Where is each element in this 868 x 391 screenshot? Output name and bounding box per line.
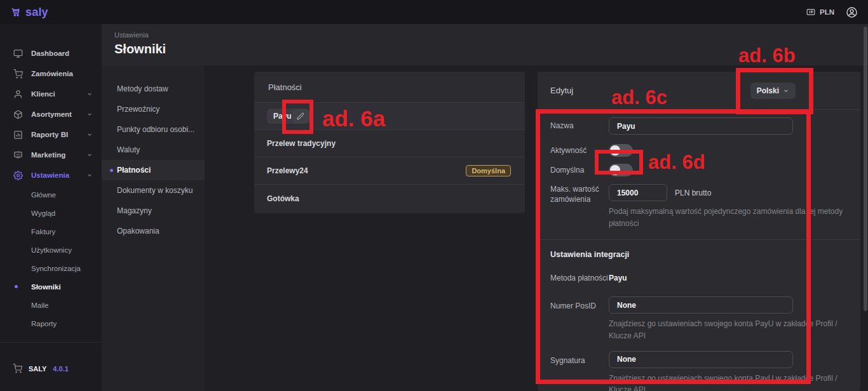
sidebar: Dashboard Zamówienia Klienci Asortyment … [0, 24, 102, 391]
settings-nav-label: Płatności [117, 166, 151, 175]
settings-nav-label: Punkty odbioru osobi... [117, 125, 194, 134]
field-label-aktywnosc: Aktywność [550, 145, 609, 156]
language-dropdown[interactable]: Polski [750, 83, 796, 99]
sidebar-item-dashboard[interactable]: Dashboard [0, 43, 102, 63]
posid-input[interactable] [609, 296, 793, 314]
settings-nav-przewoznicy[interactable]: Przewoźnicy [102, 99, 205, 119]
aktywnosc-toggle[interactable] [609, 144, 633, 157]
subitem-label: Synchronizacja [31, 265, 81, 272]
topbar-right: PLN [806, 6, 858, 18]
sidebar-item-label: Raporty BI [31, 131, 68, 138]
subitem-label: Słowniki [31, 283, 61, 291]
payment-row-payu[interactable]: Payu [254, 103, 525, 130]
maks-wartosc-field: PLN brutto Podaj maksymalną wartość poje… [609, 184, 848, 229]
sygnatura-field: Znajdziesz go ustawieniach swojego konta… [609, 351, 848, 391]
settings-nav-waluty[interactable]: Waluty [102, 140, 205, 160]
settings-nav-label: Dokumenty w koszyku [117, 186, 193, 195]
edit-payment-button[interactable] [292, 109, 309, 124]
sidebar-subitem-uzytkownicy[interactable]: Użytkownicy [0, 241, 102, 259]
field-label-metoda: Metoda płatności [550, 273, 609, 283]
sidebar-item-label: Marketing [31, 151, 65, 159]
sidebar-item-klienci[interactable]: Klienci [0, 84, 102, 104]
payments-panel: Płatności Payu Przelew tradycyjny Przele… [254, 72, 525, 213]
sidebar-item-marketing[interactable]: Marketing [0, 145, 102, 165]
presentation-icon [13, 150, 23, 160]
payment-row-przelewy24[interactable]: Przelewy24 Domyślna [254, 157, 525, 185]
page-header: Ustawienia Słowniki [102, 24, 868, 65]
edit-panel-title: Edytuj [550, 86, 573, 95]
payment-name: Przelew tradycyjny [267, 139, 336, 148]
sygnatura-helper: Znajdziesz go ustawieniach swojego konta… [609, 373, 848, 391]
nazwa-input[interactable] [609, 117, 793, 135]
breadcrumb: Ustawienia [114, 31, 868, 39]
chevron-down-icon [86, 152, 93, 158]
settings-nav-label: Przewoźnicy [117, 105, 159, 114]
app-name: SALY [29, 365, 46, 373]
field-label-nazwa: Nazwa [550, 121, 609, 131]
settings-nav-label: Waluty [117, 145, 140, 154]
edit-panel: Edytuj Polski Nazwa Aktywność Domyślna M… [538, 72, 860, 391]
field-label-domyslna: Domyślna [550, 165, 609, 175]
saly-logo[interactable]: saly [10, 6, 48, 19]
active-dot [110, 169, 113, 172]
sygnatura-input[interactable] [609, 351, 793, 368]
settings-nav-label: Opakowania [117, 227, 159, 235]
maks-wartosc-input[interactable] [609, 184, 667, 201]
subitem-label: Maile [31, 302, 48, 309]
settings-nav-dokumenty[interactable]: Dokumenty w koszyku [102, 180, 205, 201]
app-window: saly PLN Dashboard Zamówienia Klienci [0, 0, 868, 391]
sidebar-item-ustawienia[interactable]: Ustawienia [0, 165, 102, 185]
sidebar-subitem-maile[interactable]: Maile [0, 296, 102, 314]
domyslna-toggle[interactable] [609, 164, 633, 176]
currency-selector[interactable]: PLN [806, 8, 834, 17]
bar-chart-icon [13, 130, 23, 140]
chevron-down-icon [86, 111, 93, 117]
pencil-icon [297, 112, 304, 120]
toggle-knob [610, 145, 620, 156]
settings-nav-platnosci[interactable]: Płatności [102, 160, 205, 180]
sidebar-subitem-slowniki[interactable]: Słowniki [0, 277, 102, 296]
sidebar-divider [0, 342, 102, 343]
topbar: saly PLN [0, 0, 868, 24]
subitem-label: Wygląd [31, 209, 55, 217]
sidebar-subitem-glowne[interactable]: Główne [0, 185, 102, 204]
subitem-label: Użytkownicy [31, 246, 72, 254]
payment-row-gotowka[interactable]: Gotówka [254, 185, 525, 212]
sidebar-item-asortyment[interactable]: Asortyment [0, 104, 102, 124]
cart-logo-icon [10, 6, 23, 18]
sidebar-item-label: Zamówienia [31, 70, 73, 77]
sidebar-subitem-faktury[interactable]: Faktury [0, 222, 102, 241]
sidebar-subitem-synchronizacja[interactable]: Synchronizacja [0, 259, 102, 277]
sidebar-footer: SALY 4.0.1 [0, 364, 102, 373]
gear-icon [13, 171, 23, 180]
sidebar-item-zamowienia[interactable]: Zamówienia [0, 63, 102, 84]
chevron-down-icon [86, 91, 93, 97]
sidebar-subitem-wyglad[interactable]: Wygląd [0, 204, 102, 222]
field-label-maks-wartosc: Maks. wartość zamówienia [550, 184, 609, 204]
settings-nav-opakowania[interactable]: Opakowania [102, 221, 205, 241]
language-label: Polski [757, 86, 779, 95]
toggle-knob [610, 165, 620, 175]
payment-row-przelew-tradycyjny[interactable]: Przelew tradycyjny [254, 130, 525, 157]
sidebar-item-label: Dashboard [31, 50, 69, 57]
field-label-posid: Numer PosID [550, 301, 609, 311]
chevron-down-icon [86, 172, 93, 178]
sidebar-item-raporty-bi[interactable]: Raporty BI [0, 124, 102, 145]
logo-text: saly [25, 6, 48, 19]
settings-nav-punkty-odbioru[interactable]: Punkty odbioru osobi... [102, 119, 205, 140]
settings-nav-magazyny[interactable]: Magazyny [102, 201, 205, 221]
chevron-down-icon [86, 131, 93, 138]
maks-wartosc-suffix: PLN brutto [675, 189, 711, 197]
integration-section-title: Ustawienia integracji [538, 250, 860, 259]
sidebar-item-label: Asortyment [31, 110, 72, 118]
posid-helper: Znajdziesz go ustawieniach swojego konta… [609, 318, 848, 341]
section-divider [538, 239, 860, 240]
subitem-label: Główne [31, 191, 56, 199]
payment-name: Gotówka [267, 194, 299, 203]
account-icon[interactable] [846, 6, 858, 18]
sidebar-subitem-raporty[interactable]: Raporty [0, 314, 102, 333]
settings-nav-label: Metody dostaw [117, 84, 168, 93]
scrollbar[interactable] [864, 27, 867, 311]
maks-wartosc-helper: Podaj maksymalną wartość pojedynczego za… [609, 206, 848, 229]
settings-nav-metody-dostaw[interactable]: Metody dostaw [102, 79, 205, 99]
